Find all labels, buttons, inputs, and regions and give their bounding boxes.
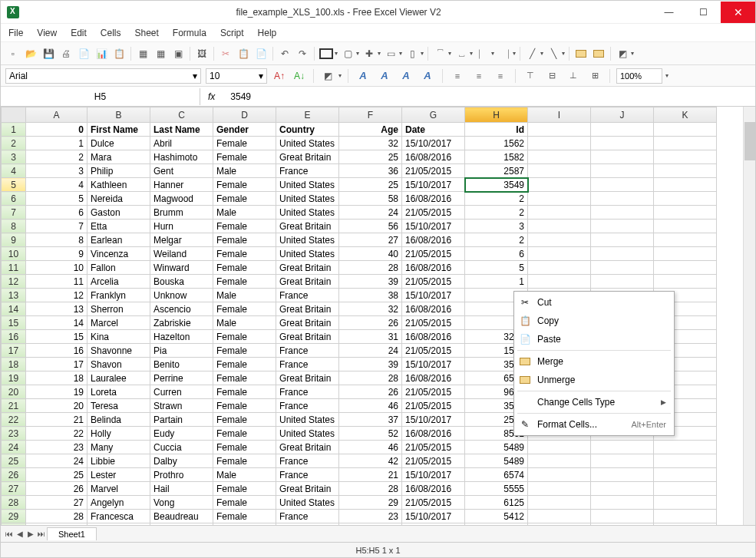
cell-D23[interactable]: Female [213,427,276,441]
cell-J2[interactable] [591,137,654,150]
cell-C25[interactable]: Dalby [150,454,213,468]
new-icon[interactable]: ▫ [5,46,21,61]
cell-G9[interactable]: 16/08/2016 [402,233,465,247]
cell-E18[interactable]: France [276,358,339,371]
cell-D7[interactable]: Male [213,206,276,220]
cell-B27[interactable]: Marvel [87,482,150,496]
cell-H8[interactable]: 3 [465,220,528,233]
cell-C15[interactable]: Zabriskie [150,316,213,330]
cell-F9[interactable]: 27 [339,233,402,247]
cell-K9[interactable] [654,233,717,247]
menu-cells[interactable]: Cells [101,28,121,38]
font-style1-icon[interactable]: A [355,68,371,84]
cell-A21[interactable]: 20 [26,399,87,413]
cell-E10[interactable]: United States [276,247,339,261]
cell-C8[interactable]: Hurn [150,220,213,233]
left-icon[interactable]: ⎸ [475,46,490,61]
cell-G25[interactable]: 21/05/2015 [402,454,465,468]
cell-A13[interactable]: 12 [26,289,87,302]
menu-help[interactable]: Help [258,28,277,38]
cell-G19[interactable]: 16/08/2016 [402,371,465,385]
cell-G27[interactable]: 16/08/2016 [402,482,465,496]
row-header-3[interactable]: 3 [2,150,26,164]
font-larger-icon[interactable]: A↑ [272,68,287,84]
cell-D15[interactable]: Male [213,316,276,330]
cell-C7[interactable]: Brumm [150,206,213,220]
cell-I11[interactable] [528,261,591,275]
cell-B10[interactable]: Vincenza [87,247,150,261]
cell-K10[interactable] [654,247,717,261]
cell-A10[interactable]: 9 [26,247,87,261]
diag3-icon[interactable]: ◩ [615,46,630,61]
cell-A5[interactable]: 4 [26,178,87,192]
col-header-C[interactable]: C [150,107,213,123]
cell-C4[interactable]: Gent [150,164,213,178]
cell-K30[interactable] [654,523,717,526]
cell-B3[interactable]: Mara [87,150,150,164]
cell-D19[interactable]: Female [213,371,276,385]
row-header-16[interactable]: 16 [2,330,26,344]
cell-F16[interactable]: 31 [339,330,402,344]
export2-icon[interactable]: 📋 [111,46,127,61]
cell-C29[interactable]: Beaudreau [150,510,213,523]
cell-C26[interactable]: Prothro [150,468,213,482]
row-header-6[interactable]: 6 [2,192,26,206]
cell-K5[interactable] [654,178,717,192]
row-header-23[interactable]: 23 [2,427,26,441]
top-icon[interactable]: ⎴ [432,46,447,61]
cell-J12[interactable] [591,275,654,289]
cell-A19[interactable]: 18 [26,371,87,385]
valign-top-icon[interactable]: ⊤ [522,68,539,84]
cell-G8[interactable]: 15/10/2017 [402,220,465,233]
cell-B28[interactable]: Angelyn [87,496,150,510]
cell-B17[interactable]: Shavonne [87,344,150,358]
cell-A23[interactable]: 22 [26,427,87,441]
cell-D6[interactable]: Female [213,192,276,206]
wrap-icon[interactable]: ⊞ [586,68,603,84]
cell-I7[interactable] [528,206,591,220]
cell-C3[interactable]: Hashimoto [150,150,213,164]
cell-F8[interactable]: 56 [339,220,402,233]
cell-H5[interactable]: 3549 [465,178,528,192]
row-header-2[interactable]: 2 [2,137,26,150]
menu-sheet[interactable]: Sheet [135,28,159,38]
cell-H28[interactable]: 6125 [465,496,528,510]
cell-E23[interactable]: United States [276,427,339,441]
cell-K12[interactable] [654,275,717,289]
cell-C10[interactable]: Weiland [150,247,213,261]
cell-A3[interactable]: 2 [26,150,87,164]
cell-C27[interactable]: Hail [150,482,213,496]
formula-value[interactable]: 3549 [223,91,755,102]
cell-A22[interactable]: 21 [26,413,87,427]
cell-A8[interactable]: 7 [26,220,87,233]
maximize-button[interactable]: ☐ [686,2,721,23]
cell-I2[interactable] [528,137,591,150]
cell-H25[interactable]: 5489 [465,454,528,468]
cell-F14[interactable]: 32 [339,302,402,316]
cell-I26[interactable] [528,468,591,482]
font-smaller-icon[interactable]: A↓ [292,68,307,84]
cell-F19[interactable]: 28 [339,371,402,385]
cell-E13[interactable]: France [276,289,339,302]
border-icon[interactable] [319,46,334,61]
open-icon[interactable]: 📂 [23,46,38,61]
valign-bot-icon[interactable]: ⊥ [565,68,582,84]
cell-B16[interactable]: Kina [87,330,150,344]
cell-K1[interactable] [654,123,717,137]
cell-G2[interactable]: 15/10/2017 [402,137,465,150]
cell-F6[interactable]: 58 [339,192,402,206]
cell-K24[interactable] [654,441,717,454]
right-icon[interactable]: ⎹ [497,46,512,61]
cell-G11[interactable]: 16/08/2016 [402,261,465,275]
cell-F12[interactable]: 39 [339,275,402,289]
cell-F10[interactable]: 40 [339,247,402,261]
row-header-5[interactable]: 5 [2,178,26,192]
cell-A14[interactable]: 13 [26,302,87,316]
context-cut[interactable]: ✂Cut [514,293,674,312]
cell-C9[interactable]: Melgar [150,233,213,247]
diag1-icon[interactable]: ╱ [524,46,540,61]
cell-G1[interactable]: Date [402,123,465,137]
cell-D30[interactable]: Male [213,523,276,526]
cell-K3[interactable] [654,150,717,164]
cell-F4[interactable]: 36 [339,164,402,178]
